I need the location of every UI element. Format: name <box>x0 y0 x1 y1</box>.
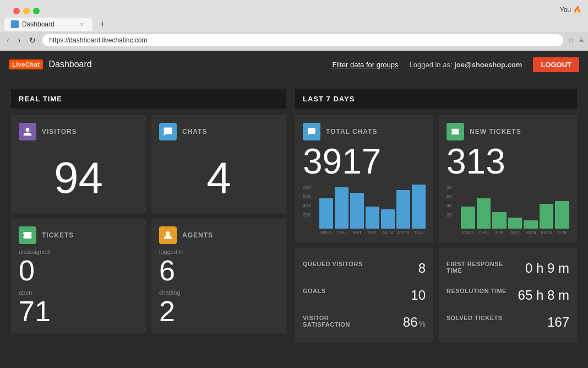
tab-title: Dashboard <box>22 20 55 28</box>
tab-bar: Dashboard × + <box>0 17 588 32</box>
you-label: You 🔥 <box>560 6 581 14</box>
new-tab-btn[interactable]: + <box>95 17 110 32</box>
goals-row: GOALS 10 <box>303 282 426 309</box>
stats-card-left: QUEUED VISITORS 8 GOALS 10 VISITOR SATIS… <box>295 248 433 342</box>
header-right: Filter data for groups Logged in as: joe… <box>333 57 579 72</box>
tickets-open-value: 71 <box>19 297 138 326</box>
tickets-card: TICKETS unassigned 0 open 71 <box>11 219 146 333</box>
forward-btn[interactable]: › <box>16 35 23 46</box>
total-chats-card: TOTAL CHATS 3917 800 600 400 200 <box>295 115 433 243</box>
filter-groups-link[interactable]: Filter data for groups <box>333 61 399 69</box>
queued-visitors-value: 8 <box>418 261 426 276</box>
total-chats-label: TOTAL CHATS <box>326 128 377 136</box>
chats-value: 4 <box>159 145 279 205</box>
app-title: Dashboard <box>48 59 91 69</box>
queued-visitors-label: QUEUED VISITORS <box>303 261 363 267</box>
agents-loggedin-label: logged in <box>159 248 279 255</box>
agents-chatting-value: 2 <box>159 297 279 326</box>
realtime-header: REAL TIME <box>11 89 286 109</box>
agents-card: AGENTS logged in 6 chatting 2 <box>151 219 286 333</box>
tab-favicon <box>11 20 19 28</box>
refresh-btn[interactable]: ↻ <box>27 35 38 46</box>
browser-chrome: You 🔥 Dashboard × + ‹ › ↻ ☆ ≡ <box>0 0 588 51</box>
agents-loggedin-value: 6 <box>159 256 279 285</box>
agents-label: AGENTS <box>182 231 213 239</box>
first-response-label: FIRST RESPONSE TIME <box>447 261 513 274</box>
svg-point-0 <box>166 231 170 236</box>
satisfaction-label: VISITOR SATISFACTION <box>303 315 369 328</box>
tickets-icon <box>19 226 36 244</box>
visitors-card: VISITORS 94 <box>11 115 146 213</box>
livechat-logo: LiveChat <box>9 59 43 69</box>
resolution-value: 65 h 8 m <box>518 288 569 303</box>
maximize-dot[interactable] <box>33 8 40 14</box>
first-response-row: FIRST RESPONSE TIME 0 h 9 m <box>447 255 569 282</box>
address-input[interactable] <box>42 34 563 46</box>
address-bar: ‹ › ↻ ☆ ≡ <box>0 32 588 51</box>
close-dot[interactable] <box>13 8 20 14</box>
goals-value: 10 <box>411 288 426 303</box>
agents-chatting-label: chatting <box>159 289 279 296</box>
chats-card: CHATS 4 <box>151 115 286 213</box>
queued-visitors-row: QUEUED VISITORS 8 <box>303 255 426 282</box>
solved-tickets-row: SOLVED TICKETS 167 <box>447 309 569 335</box>
chats-label: CHATS <box>182 128 207 136</box>
resolution-label: RESOLUTION TIME <box>447 288 507 294</box>
menu-btn[interactable]: ≡ <box>579 36 584 45</box>
last7-bottom-stats: QUEUED VISITORS 8 GOALS 10 VISITOR SATIS… <box>295 248 577 342</box>
tickets-label: TICKETS <box>42 231 74 239</box>
satisfaction-value: 86% <box>403 315 426 330</box>
new-tickets-chart: 80 60 40 20 WEDTHUFRISATSUNMONTUE <box>447 185 569 235</box>
tab-close-btn[interactable]: × <box>80 21 84 28</box>
logged-in-text: Logged in as: joe@shoeshop.com <box>409 61 522 69</box>
solved-tickets-value: 167 <box>547 315 569 330</box>
realtime-grid: VISITORS 94 CHATS 4 <box>11 115 286 333</box>
visitors-label: VISITORS <box>42 128 77 136</box>
logout-button[interactable]: LOGOUT <box>533 57 579 72</box>
agents-icon <box>159 226 177 244</box>
visitors-value: 94 <box>19 145 138 205</box>
stats-card-right: FIRST RESPONSE TIME 0 h 9 m RESOLUTION T… <box>439 248 577 342</box>
total-chats-icon <box>303 123 320 140</box>
dashboard: REAL TIME VISITORS 94 <box>0 78 588 368</box>
new-tickets-label: NEW TICKETS <box>470 128 521 136</box>
visitors-icon <box>19 123 36 140</box>
goals-label: GOALS <box>303 288 326 294</box>
chats-icon <box>159 123 177 140</box>
total-chats-chart: 800 600 400 200 WEDTHUFRISATSUNMONTUE <box>303 185 426 235</box>
new-tickets-icon <box>447 123 464 140</box>
new-tickets-card: NEW TICKETS 313 80 60 40 20 <box>439 115 577 243</box>
satisfaction-row: VISITOR SATISFACTION 86% <box>303 309 426 335</box>
total-chats-value: 3917 <box>303 144 426 179</box>
solved-tickets-label: SOLVED TICKETS <box>447 315 503 321</box>
back-btn[interactable]: ‹ <box>4 35 12 46</box>
new-tickets-value: 313 <box>447 144 569 179</box>
tickets-unassigned-value: 0 <box>19 256 138 285</box>
last7-panel: LAST 7 DAYS TOTAL CHATS 3917 <box>295 89 577 365</box>
resolution-row: RESOLUTION TIME 65 h 8 m <box>447 282 569 309</box>
app-logo: LiveChat Dashboard <box>9 59 92 69</box>
tickets-unassigned-label: unassigned <box>19 248 138 255</box>
active-tab[interactable]: Dashboard × <box>4 18 92 31</box>
app-header: LiveChat Dashboard Filter data for group… <box>0 51 588 78</box>
last7-top-cards: TOTAL CHATS 3917 800 600 400 200 <box>295 115 577 243</box>
last7-header: LAST 7 DAYS <box>295 89 577 109</box>
first-response-value: 0 h 9 m <box>525 261 569 276</box>
bookmark-btn[interactable]: ☆ <box>568 36 575 45</box>
realtime-panel: REAL TIME VISITORS 94 <box>11 89 286 365</box>
minimize-dot[interactable] <box>23 8 30 14</box>
